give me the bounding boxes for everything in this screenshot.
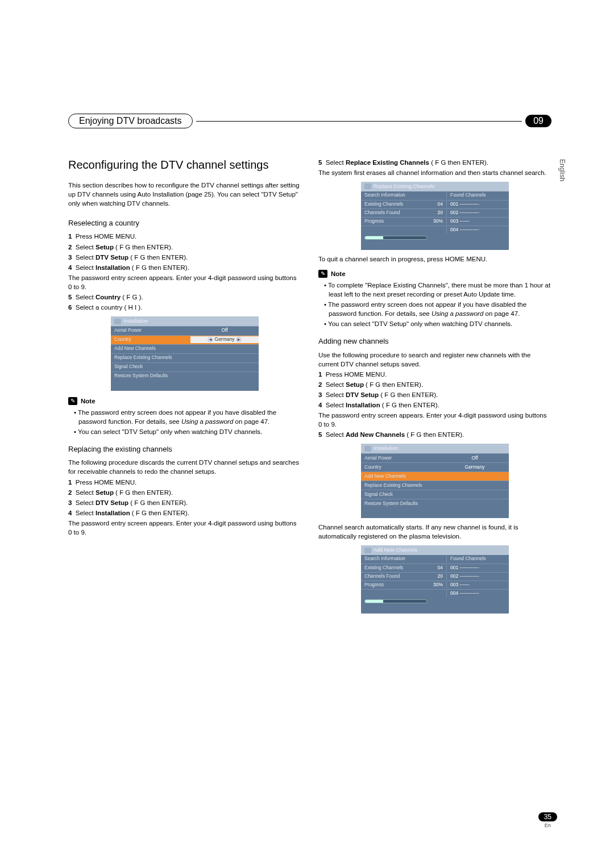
left-arrow-icon: ◄ [208,337,213,343]
chapter-line [196,121,522,122]
step: 3 Select DTV Setup ( F G then ENTER). [68,253,301,262]
note-bullet: • The password entry screen does not app… [74,408,301,426]
step: 6 Select a country ( H I ). [68,303,301,312]
language-tab: English [558,159,566,181]
body-text: The password entry screen appears. Enter… [68,519,301,537]
left-column: Reconfiguring the DTV channel settings T… [68,157,301,618]
step: 4 Select Installation ( F G then ENTER). [68,263,301,272]
chapter-bar: Enjoying DTV broadcasts 09 [68,114,551,128]
channel-search-panel: Replace Existing Channels Search Informa… [361,182,509,250]
installation-menu: Installation Aerial PowerOff Country ◄ G… [111,316,259,391]
note-bullet: • To complete "Replace Existing Channels… [324,281,551,299]
body-text: The system first erases all channel info… [318,168,551,177]
step: 4 Select Installation ( F G then ENTER). [68,508,301,518]
step: 5 Select Country ( F G ). [68,293,301,302]
step: 4 Select Installation ( F G then ENTER). [318,400,551,410]
step: 1 Press HOME MENU. [68,232,301,241]
step: 3 Select DTV Setup ( F G then ENTER). [68,498,301,507]
body-text: Use the following procedure to search an… [318,350,551,369]
tv-icon [364,548,371,553]
right-column: 5 Select Replace Existing Channels ( F G… [318,157,551,618]
body-text: The password entry screen appears. Enter… [68,273,301,291]
page-number: 35 [538,812,557,821]
body-text: The following procedure discards the cur… [68,458,301,476]
note-icon: ✎ [318,270,327,278]
right-arrow-icon: ► [236,337,242,343]
body-text: The password entry screen appears. Enter… [318,411,551,429]
step: 3 Select DTV Setup ( F G then ENTER). [318,390,551,399]
body-text: Channel search automatically starts. If … [318,523,551,541]
chapter-title: Enjoying DTV broadcasts [68,114,193,128]
page-footer: 35 En [538,811,557,828]
progress-bar [365,600,383,603]
tv-icon [114,319,121,324]
subsection-heading: Adding new channels [318,336,551,347]
progress-bar [365,236,383,239]
note-bullet: • You can select "DTV Setup" only when w… [74,427,301,436]
tv-icon [364,183,371,189]
intro-text: This section describes how to reconfigur… [68,181,301,208]
note-bullet: • The password entry screen does not app… [324,300,551,318]
chapter-number: 09 [525,115,551,127]
note-heading: ✎ Note [318,269,551,278]
subsection-heading: Replacing the existing channels [68,444,301,454]
note-heading: ✎ Note [68,397,301,406]
subsection-heading: Reselecting a country [68,218,301,228]
step: 5 Select Replace Existing Channels ( F G… [318,158,551,167]
section-heading: Reconfiguring the DTV channel settings [68,157,301,173]
page-lang: En [538,823,557,828]
step: 1 Press HOME MENU. [68,478,301,487]
step: 2 Select Setup ( F G then ENTER). [318,380,551,389]
channel-search-panel: Add New Channels Search InformationFound… [361,545,509,614]
note-icon: ✎ [68,397,77,405]
step: 5 Select Add New Channels ( F G then ENT… [318,430,551,439]
tv-icon [364,446,371,452]
installation-menu: Installation Aerial PowerOff CountryGerm… [361,444,509,518]
step: 2 Select Setup ( F G then ENTER). [68,488,301,497]
step: 1 Press HOME MENU. [318,370,551,379]
note-bullet: • You can select "DTV Setup" only when w… [324,319,551,328]
body-text: To quit a channel search in progress, pr… [318,254,551,264]
step: 2 Select Setup ( F G then ENTER). [68,243,301,252]
